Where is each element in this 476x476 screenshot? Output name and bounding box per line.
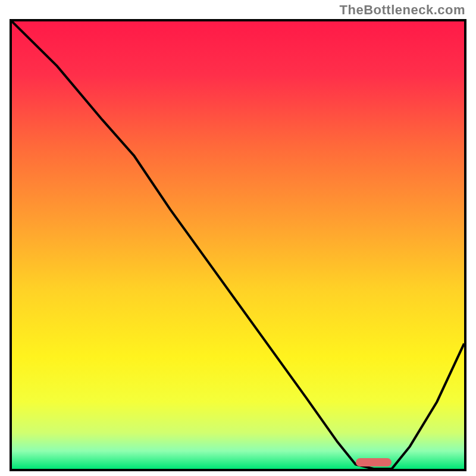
optimal-range-marker bbox=[356, 458, 392, 466]
bottleneck-curve bbox=[12, 21, 464, 469]
watermark-text: TheBottleneck.com bbox=[340, 2, 465, 18]
chart-area bbox=[10, 19, 466, 471]
